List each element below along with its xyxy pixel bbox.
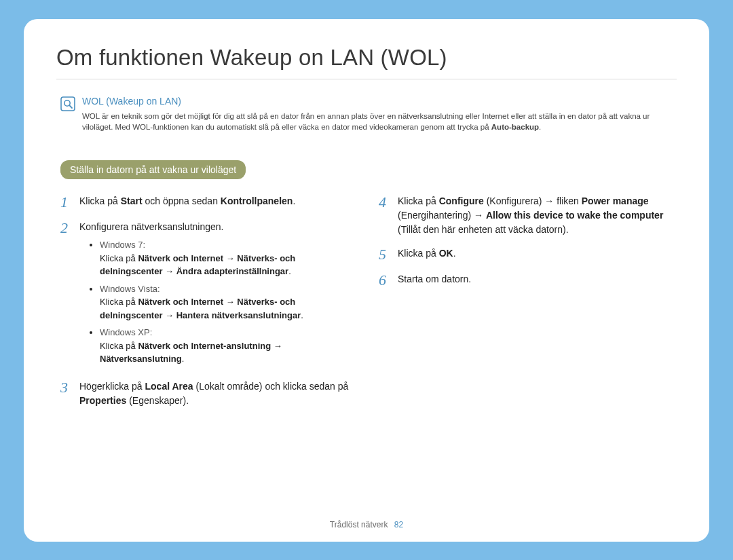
column-left: 1 Klicka på Start och öppna sedan Kontro… xyxy=(60,194,354,417)
sublist-text: . xyxy=(182,354,185,364)
document-page: Om funktionen Wakeup on LAN (WOL) WOL (W… xyxy=(24,19,709,542)
step-text: Klicka på xyxy=(398,195,439,206)
callout-text: WOL är en teknik som gör det möjligt för… xyxy=(82,111,677,133)
step-3: 3 Högerklicka på Local Area (Lokalt områ… xyxy=(60,379,354,408)
step-number: 4 xyxy=(379,194,391,237)
divider xyxy=(56,79,677,79)
step-text: Konfigurera nätverksanslutningen. xyxy=(79,221,223,232)
step-text: (Konfigurera) → fliken xyxy=(484,195,582,206)
step-text: (Lokalt område) och klicka sedan på xyxy=(193,381,349,392)
sublist-text: . xyxy=(288,266,291,276)
sublist-os: Windows 7: xyxy=(100,240,145,250)
sublist-desc: Klicka på Nätverk och Internet-anslutnin… xyxy=(100,341,282,365)
step-body: Klicka på Configure (Konfigurera) → flik… xyxy=(398,194,673,237)
footer-page-number: 82 xyxy=(394,520,403,529)
step-text: och öppna sedan xyxy=(143,195,221,206)
footer-label: Trådlöst nätverk xyxy=(330,520,388,529)
step-bold: Start xyxy=(121,195,143,206)
callout-body: WOL (Wakeup on LAN) WOL är en teknik som… xyxy=(82,96,677,133)
list-item: Windows 7: Klicka på Nätverk och Interne… xyxy=(100,238,354,278)
step-body: Klicka på OK. xyxy=(398,246,673,263)
step-6: 6 Starta om datorn. xyxy=(379,272,673,288)
sublist-os: Windows XP: xyxy=(100,327,152,337)
step-text: (Energihantering) → xyxy=(398,210,486,221)
sublist: Windows 7: Klicka på Nätverk och Interne… xyxy=(79,238,354,366)
column-right: 4 Klicka på Configure (Konfigurera) → fl… xyxy=(379,194,673,417)
step-text: Högerklicka på xyxy=(79,381,145,392)
step-body: Konfigurera nätverksanslutningen. Window… xyxy=(79,220,354,370)
step-text: (Tillåt den här enheten att väcka datorn… xyxy=(398,224,569,235)
svg-rect-0 xyxy=(61,97,75,111)
step-number: 3 xyxy=(60,379,73,408)
sublist-desc: Klicka på Nätverk och Internet → Nätverk… xyxy=(100,297,303,320)
list-item: Windows Vista: Klicka på Nätverk och Int… xyxy=(100,282,354,322)
step-bold: Local Area xyxy=(145,381,193,392)
step-4: 4 Klicka på Configure (Konfigurera) → fl… xyxy=(379,194,673,237)
step-text: . xyxy=(293,195,295,206)
step-5: 5 Klicka på OK. xyxy=(379,246,673,263)
step-number: 6 xyxy=(379,272,391,288)
step-columns: 1 Klicka på Start och öppna sedan Kontro… xyxy=(56,194,677,417)
section-label: Ställa in datorn på att vakna ur viloläg… xyxy=(60,160,246,179)
step-bold: OK xyxy=(439,248,453,259)
step-body: Starta om datorn. xyxy=(398,272,673,288)
sublist-desc: Klicka på Nätverk och Internet → Nätverk… xyxy=(100,253,295,277)
step-bold: Power manage xyxy=(582,195,649,206)
sublist-text: Klicka på xyxy=(100,297,138,307)
step-number: 1 xyxy=(60,194,73,210)
sublist-os: Windows Vista: xyxy=(100,284,160,294)
step-text: Klicka på xyxy=(398,248,439,259)
step-number: 5 xyxy=(379,246,391,263)
page-title: Om funktionen Wakeup on LAN (WOL) xyxy=(56,45,677,71)
list-item: Windows XP: Klicka på Nätverk och Intern… xyxy=(100,326,354,366)
svg-line-2 xyxy=(69,105,72,108)
step-bold: Allow this device to wake the computer xyxy=(486,210,663,221)
sublist-text: Klicka på xyxy=(100,253,138,263)
callout-title: WOL (Wakeup on LAN) xyxy=(82,96,677,107)
step-text: Klicka på xyxy=(79,195,121,206)
sublist-text: . xyxy=(301,310,303,320)
step-number: 2 xyxy=(60,220,73,370)
callout-text-pre: WOL är en teknik som gör det möjligt för… xyxy=(82,112,650,132)
info-callout: WOL (Wakeup on LAN) WOL är en teknik som… xyxy=(56,96,677,133)
step-2: 2 Konfigurera nätverksanslutningen. Wind… xyxy=(60,220,354,370)
step-text: . xyxy=(453,248,456,259)
magnifier-icon xyxy=(60,96,75,111)
page-footer: Trådlöst nätverk 82 xyxy=(24,520,709,529)
step-bold: Configure xyxy=(439,195,484,206)
sublist-text: Klicka på xyxy=(100,341,138,351)
callout-text-bold: Auto-backup xyxy=(491,123,539,131)
step-bold: Kontrollpanelen xyxy=(221,195,293,206)
step-1: 1 Klicka på Start och öppna sedan Kontro… xyxy=(60,194,354,210)
step-bold: Properties xyxy=(79,395,126,406)
step-body: Högerklicka på Local Area (Lokalt område… xyxy=(79,379,354,408)
step-body: Klicka på Start och öppna sedan Kontroll… xyxy=(79,194,354,210)
callout-text-post: . xyxy=(539,123,541,131)
step-text: (Egenskaper). xyxy=(126,395,189,406)
